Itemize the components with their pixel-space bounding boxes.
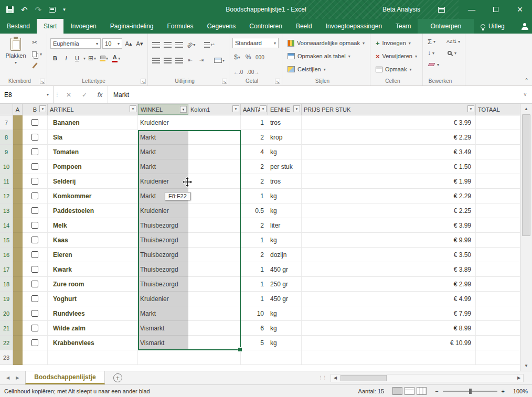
- cell-checkbox[interactable]: [23, 277, 48, 292]
- delete-cells-button[interactable]: ×Verwijderen▾: [374, 50, 419, 62]
- cell-prijs[interactable]: € 1.50: [302, 159, 476, 174]
- align-right-button[interactable]: [174, 55, 184, 66]
- cell-aantal[interactable]: 2: [241, 159, 268, 174]
- row-number[interactable]: 15: [0, 233, 13, 248]
- page-break-view-button[interactable]: [417, 387, 427, 395]
- close-button[interactable]: ×: [508, 0, 532, 19]
- cell-artikel[interactable]: Kaas: [48, 233, 138, 248]
- format-as-table-button[interactable]: Opmaken als tabel▾: [285, 50, 367, 62]
- cell-kolom1[interactable]: [188, 306, 241, 321]
- cell-winkel[interactable]: Markt: [138, 159, 188, 174]
- cell-checkbox[interactable]: [23, 189, 48, 203]
- row-number[interactable]: 18: [0, 277, 13, 292]
- cell-aantal[interactable]: 1: [241, 115, 268, 130]
- cell-totaal[interactable]: [476, 233, 520, 248]
- cell-checkbox[interactable]: [23, 336, 48, 350]
- column-header-prijs-per-stuk[interactable]: PRIJS PER STUK▼: [302, 104, 476, 115]
- cell-winkel[interactable]: Thuisbezorgd: [138, 262, 188, 277]
- find-select-button[interactable]: ▾: [445, 48, 462, 58]
- sort-filter-button[interactable]: AZ⇅▾: [445, 37, 462, 46]
- column-header-a[interactable]: A: [13, 104, 23, 115]
- page-layout-view-button[interactable]: [405, 387, 414, 395]
- checkbox-icon[interactable]: [31, 148, 38, 155]
- fill-color-button[interactable]: ▾: [99, 53, 109, 63]
- cell-prijs[interactable]: € 8.99: [302, 321, 476, 336]
- tab-team[interactable]: Team: [389, 19, 418, 34]
- row-number[interactable]: 9: [0, 145, 13, 159]
- cell-checkbox[interactable]: [23, 292, 48, 306]
- tab-beeld[interactable]: Beeld: [289, 19, 319, 34]
- cell-totaal[interactable]: [476, 115, 520, 130]
- cell-checkbox[interactable]: [23, 262, 48, 277]
- cell-eenheid[interactable]: kg: [268, 233, 302, 248]
- tab-invoegtoepassingen[interactable]: Invoegtoepassingen: [319, 19, 389, 34]
- cell-artikel[interactable]: Eieren: [48, 248, 138, 262]
- cell-checkbox[interactable]: [23, 145, 48, 159]
- checkbox-icon[interactable]: [31, 192, 38, 199]
- cell-totaal[interactable]: [476, 321, 520, 336]
- checkbox-icon[interactable]: [31, 281, 38, 287]
- expand-formula-bar-icon[interactable]: ˅: [518, 86, 532, 103]
- cell-eenheid[interactable]: kg: [268, 189, 302, 203]
- cell-eenheid[interactable]: kg: [268, 145, 302, 159]
- cell-kolom1[interactable]: [188, 203, 241, 218]
- cell-prijs[interactable]: € 2.29: [302, 189, 476, 203]
- cell-winkel[interactable]: [138, 350, 188, 365]
- cell-checkbox[interactable]: [23, 159, 48, 174]
- column-header-totaal[interactable]: TOTAAL: [476, 104, 520, 115]
- cell-artikel[interactable]: Selderij: [48, 174, 138, 189]
- cell-totaal[interactable]: [476, 174, 520, 189]
- cell-winkel[interactable]: Vismarkt: [138, 321, 188, 336]
- cell-aantal[interactable]: 2: [241, 218, 268, 233]
- cell-aantal[interactable]: 5: [241, 336, 268, 350]
- italic-button[interactable]: I: [61, 53, 71, 63]
- cell-totaal[interactable]: [476, 277, 520, 292]
- cell-prijs[interactable]: € 3.89: [302, 262, 476, 277]
- cell-artikel[interactable]: Komkommer: [48, 189, 138, 203]
- zoom-slider[interactable]: [443, 391, 497, 392]
- cell-winkel[interactable]: Vismarkt: [138, 336, 188, 350]
- align-center-button[interactable]: [163, 55, 173, 66]
- autosum-button[interactable]: Σ▾: [426, 37, 441, 46]
- cell-totaal[interactable]: [476, 262, 520, 277]
- checkbox-icon[interactable]: [31, 310, 38, 317]
- cell-totaal[interactable]: [476, 130, 520, 145]
- cell-prijs[interactable]: € 7.99: [302, 306, 476, 321]
- cell-artikel[interactable]: Wilde zalm: [48, 321, 138, 336]
- row-number[interactable]: 10: [0, 159, 13, 174]
- customize-qat-icon[interactable]: ▾: [63, 7, 66, 12]
- cell-kolom1[interactable]: [188, 145, 241, 159]
- vertical-scrollbar-thumb[interactable]: [522, 114, 530, 236]
- dialog-launcher-icon[interactable]: ↘: [141, 79, 146, 84]
- cell-totaal[interactable]: [476, 218, 520, 233]
- confirm-entry-button[interactable]: ✓: [77, 86, 92, 103]
- dialog-launcher-icon[interactable]: ↘: [275, 79, 280, 84]
- clear-button[interactable]: ▾: [426, 60, 441, 69]
- cell-column-a[interactable]: [13, 321, 23, 336]
- bold-button[interactable]: B: [50, 53, 60, 63]
- cell-winkel[interactable]: Markt: [138, 306, 188, 321]
- cell-totaal[interactable]: [476, 306, 520, 321]
- cell-prijs[interactable]: [302, 350, 476, 365]
- cell-winkel[interactable]: Kruidenier: [138, 292, 188, 306]
- next-sheet-icon[interactable]: ▶: [16, 375, 19, 380]
- cell-checkbox[interactable]: [23, 130, 48, 145]
- checkbox-icon[interactable]: [31, 163, 38, 170]
- borders-button[interactable]: ⊞▾: [87, 53, 97, 63]
- row-number[interactable]: 11: [0, 174, 13, 189]
- horizontal-scrollbar-thumb[interactable]: [341, 375, 387, 381]
- dialog-launcher-icon[interactable]: ↘: [40, 79, 45, 84]
- filter-icon[interactable]: ▼: [180, 106, 187, 113]
- column-header-eenheid[interactable]: EENHE▼: [268, 104, 302, 115]
- paste-button[interactable]: Plakken ▾: [3, 36, 28, 65]
- cell-eenheid[interactable]: liter: [268, 218, 302, 233]
- checkbox-icon[interactable]: [31, 325, 38, 331]
- row-number[interactable]: 14: [0, 218, 13, 233]
- cell-winkel[interactable]: Thuisbezorgd: [138, 218, 188, 233]
- cell-artikel[interactable]: Rundvlees: [48, 306, 138, 321]
- checkbox-icon[interactable]: [31, 134, 38, 141]
- cell-winkel[interactable]: Kruidenier: [138, 174, 188, 189]
- checkbox-icon[interactable]: [31, 207, 38, 214]
- row-number[interactable]: 7: [0, 115, 13, 130]
- increase-indent-button[interactable]: ⇥: [197, 55, 206, 66]
